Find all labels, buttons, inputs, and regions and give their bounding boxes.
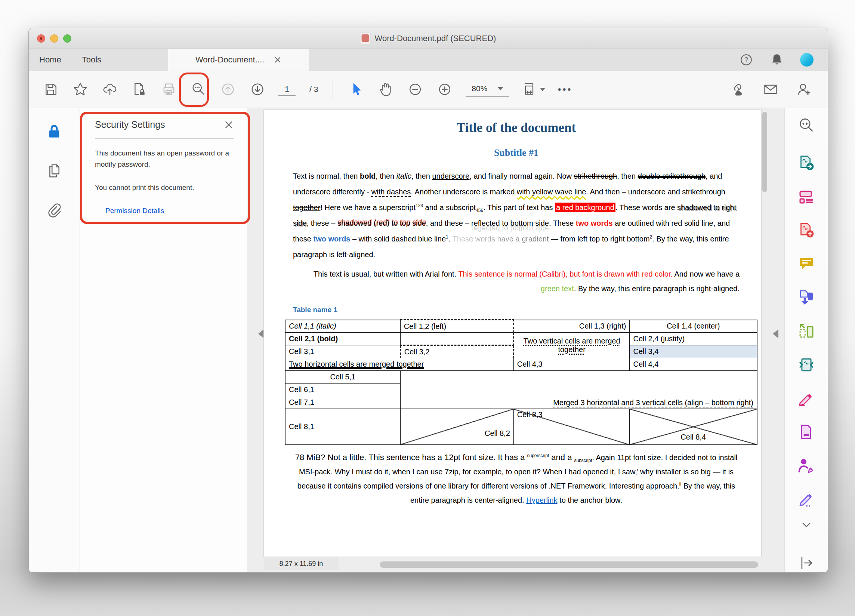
text-run: italic (397, 172, 411, 180)
document-table: Cell 1,1 (italic) Cell 1,2 (left) Cell 1… (285, 319, 757, 445)
email-button[interactable] (762, 79, 779, 100)
table-cell-4-4: Cell 4,4 (630, 358, 757, 371)
table-cell-2-3-merged: Two vertical cells are merged together (513, 333, 630, 358)
tab-home[interactable]: Home (29, 49, 72, 70)
help-icon[interactable]: ? (739, 52, 754, 67)
fill-sign-button[interactable] (796, 388, 817, 409)
create-pdf-button[interactable] (796, 220, 817, 241)
chevron-down-icon (498, 87, 503, 90)
text-run: , then (617, 172, 638, 180)
panel-divider (95, 138, 234, 139)
text-run: with dashes (371, 188, 411, 196)
more-tools-button[interactable] (796, 489, 817, 509)
horizontal-scrollbar[interactable] (380, 561, 758, 568)
page-security-button[interactable] (131, 79, 148, 100)
attachments-button[interactable] (45, 201, 63, 219)
table-row: Cell 2,1 (bold) Two vertical cells are m… (285, 333, 757, 345)
page-thumbnails-button[interactable] (45, 162, 63, 180)
search-document-button[interactable] (796, 115, 817, 136)
add-person-button[interactable] (795, 79, 813, 100)
edit-pdf-button[interactable] (796, 187, 817, 207)
email-icon (763, 81, 778, 97)
select-pointer-icon (349, 82, 363, 97)
tab-document[interactable]: Word-Document.... (168, 49, 309, 70)
table-row: Two horizontal cells are merged together… (285, 358, 757, 371)
search-button[interactable] (190, 79, 207, 100)
save-button[interactable] (42, 79, 60, 100)
security-settings-button[interactable] (45, 122, 63, 140)
vertical-scrollbar[interactable] (762, 112, 767, 192)
zoom-in-button[interactable] (436, 79, 453, 100)
print-button[interactable] (160, 79, 178, 100)
open-tools-panel-button[interactable] (796, 553, 817, 573)
toolbar-divider (332, 78, 333, 100)
open-tools-panel-icon (798, 554, 815, 572)
text-run: 1 (446, 234, 449, 240)
user-avatar[interactable] (800, 53, 814, 66)
notifications-bell-icon[interactable] (769, 52, 785, 67)
tab-document-label: Word-Document.... (195, 55, 264, 65)
tab-tools-label: Tools (82, 55, 101, 65)
text-run: 123 (415, 203, 423, 208)
panel-close-icon[interactable] (224, 120, 234, 130)
fit-width-dropdown[interactable] (521, 81, 545, 97)
table-cell-7-1: Cell 7,1 (285, 396, 400, 409)
comment-button[interactable] (796, 254, 817, 274)
zoom-out-button[interactable] (406, 79, 424, 100)
table-cell-2-1: Cell 2,1 (bold) (285, 333, 400, 345)
hyperlink[interactable]: Hyperlink (526, 496, 557, 504)
text-run: – with solid dashed blue line (350, 235, 446, 243)
select-tool-button[interactable] (348, 79, 365, 100)
text-run: together (293, 203, 320, 211)
share-link-button[interactable] (728, 79, 746, 100)
text-run: . And then – underscore and strikethroug… (586, 188, 725, 196)
zoom-out-icon (407, 81, 423, 97)
next-page-button[interactable] (249, 79, 266, 100)
organize-pages-icon (798, 323, 815, 340)
export-pdf-button[interactable] (796, 153, 817, 173)
document-viewer: Title of the document Subtitle #1 Text i… (247, 108, 785, 572)
combine-files-button[interactable] (796, 287, 817, 308)
table-cell-3-1: Cell 3,1 (285, 345, 400, 358)
pdf-file-icon (361, 33, 370, 44)
text-run: and a subscript (423, 203, 476, 211)
page-number-input[interactable] (278, 83, 296, 96)
paragraph-center-aligned: 78 MiB? Not a little. This sentence has … (293, 451, 740, 507)
table-row: Cell 1,1 (italic) Cell 1,2 (left) Cell 1… (285, 320, 757, 333)
collapse-tools-arrow-icon[interactable] (773, 329, 778, 338)
tab-tools[interactable]: Tools (72, 49, 112, 70)
page-count-label: / 3 (310, 85, 318, 94)
permission-details-link[interactable]: Permission Details (106, 207, 164, 215)
hand-tool-button[interactable] (377, 79, 394, 100)
table-cell-5-1: Cell 5,1 (285, 371, 400, 383)
edit-pdf-icon (798, 188, 815, 205)
expand-tools-button[interactable] (796, 515, 817, 536)
comment-icon (798, 255, 815, 273)
collapse-panel-arrow-icon[interactable] (258, 329, 264, 338)
redact-button[interactable] (796, 422, 817, 442)
zoom-level-dropdown[interactable]: 80% (466, 82, 509, 97)
table-cell-8-4: Cell 8,4 (630, 409, 757, 445)
text-run: 456 (476, 208, 483, 213)
search-icon (191, 81, 206, 97)
cloud-upload-button[interactable] (101, 79, 118, 100)
text-run: . (449, 235, 452, 243)
page-down-icon (250, 81, 265, 97)
compress-pdf-icon (798, 356, 815, 374)
request-signatures-button[interactable] (796, 456, 817, 476)
titlebar: Word-Document.pdf (SECURED) (29, 28, 828, 49)
organize-pages-button[interactable] (796, 321, 817, 341)
previous-page-button[interactable] (219, 79, 236, 100)
star-button[interactable] (72, 79, 89, 100)
tab-close-icon[interactable] (274, 56, 281, 64)
table-caption: Table name 1 (293, 306, 740, 314)
close-window-button[interactable] (37, 34, 45, 43)
text-run: . These words are (616, 203, 677, 211)
table-cell-4-3: Cell 4,3 (513, 358, 630, 371)
tab-bar: Home Tools Word-Document.... ? (29, 49, 828, 70)
more-tools-ellipsis[interactable]: ••• (558, 84, 572, 95)
fill-sign-icon (798, 390, 815, 407)
compress-pdf-button[interactable] (796, 355, 817, 375)
minimize-window-button[interactable] (50, 34, 58, 43)
zoom-window-button[interactable] (63, 34, 71, 43)
